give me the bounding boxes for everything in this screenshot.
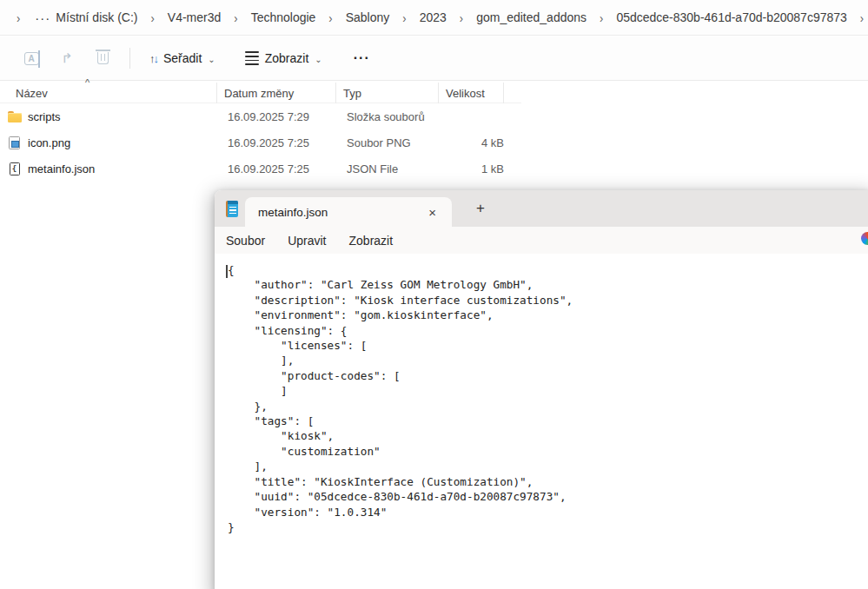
share-icon: ↱: [61, 50, 73, 66]
trash-icon: [97, 52, 109, 64]
breadcrumb-item-sablony[interactable]: Sablony: [344, 7, 392, 28]
share-button[interactable]: ↱: [51, 43, 83, 73]
menu-zobrazit[interactable]: Zobrazit: [338, 229, 405, 252]
tab-metainfo-json[interactable]: metainfo.json ×: [245, 197, 452, 227]
desktop-screen: › ··· Místní disk (C:) › V4-mer3d › Tech…: [0, 0, 868, 589]
chevron-right-icon: ›: [600, 10, 603, 24]
chevron-right-icon: ›: [234, 10, 237, 24]
chevron-right-icon[interactable]: ›: [860, 10, 864, 24]
menu-upravit[interactable]: Upravit: [276, 229, 337, 252]
new-tab-button[interactable]: +: [468, 198, 493, 219]
notepad-editor[interactable]: { "author": "Carl Zeiss GOM Metrology Gm…: [215, 254, 868, 589]
image-file-icon: [7, 136, 22, 150]
tab-title: metainfo.json: [258, 206, 328, 219]
breadcrumb-item-v4-mer3d[interactable]: V4-mer3d: [166, 7, 222, 28]
explorer-toolbar: A ↱ ↑↓ Seřadit ⌄ Zobrazit ⌄ ···: [0, 36, 868, 81]
sort-label: Seřadit: [163, 51, 202, 65]
chevron-right-icon: ›: [460, 10, 463, 24]
view-lines-icon: [245, 51, 259, 64]
file-row-metainfo-json[interactable]: { metainfo.json 16.09.2025 7:25 JSON Fil…: [0, 156, 521, 182]
delete-button[interactable]: [87, 43, 118, 73]
rename-button[interactable]: A: [16, 43, 47, 73]
chevron-down-icon: ⌄: [208, 55, 215, 64]
breadcrumb-item-2023[interactable]: 2023: [418, 7, 448, 28]
file-row-scripts[interactable]: scripts 16.09.2025 7:29 Složka souborů: [0, 103, 521, 129]
column-header-type[interactable]: Typ: [336, 83, 439, 103]
json-file-icon: {: [7, 162, 22, 176]
breadcrumb-overflow-button[interactable]: ···: [31, 9, 54, 27]
breadcrumb-item-drive[interactable]: Místní disk (C:): [54, 7, 139, 28]
chevron-down-icon: ⌄: [315, 55, 321, 64]
text-caret: [226, 265, 228, 278]
sort-ascending-indicator: ^: [85, 77, 89, 88]
notepad-window: metainfo.json × + Soubor Upravit Zobrazi…: [215, 190, 868, 589]
file-row-icon-png[interactable]: icon.png 16.09.2025 7:25 Soubor PNG 4 kB: [0, 129, 521, 156]
sort-dropdown-button[interactable]: ↑↓ Seřadit ⌄: [141, 45, 224, 71]
breadcrumb-item-technologie[interactable]: Technologie: [249, 7, 318, 28]
breadcrumb: › ··· Místní disk (C:) › V4-mer3d › Tech…: [0, 0, 868, 36]
notepad-tab-bar: metainfo.json × +: [215, 190, 868, 227]
menu-soubor[interactable]: Soubor: [215, 229, 276, 252]
see-more-button[interactable]: ···: [347, 47, 377, 69]
folder-icon: [7, 109, 22, 124]
file-list: Název ^ Datum změny Typ Velikost scripts: [0, 83, 521, 182]
column-header-size[interactable]: Velikost: [439, 83, 504, 103]
toolbar-separator: [129, 48, 130, 69]
column-header-name[interactable]: Název ^: [0, 83, 217, 103]
json-text[interactable]: { "author": "Carl Zeiss GOM Metrology Gm…: [215, 254, 868, 534]
chevron-right-icon: ›: [17, 10, 20, 24]
tab-close-button[interactable]: ×: [423, 203, 441, 222]
column-header-modified[interactable]: Datum změny: [217, 83, 336, 103]
rename-icon: A: [24, 52, 39, 65]
column-headers: Název ^ Datum změny Typ Velikost: [0, 83, 521, 103]
sort-arrows-icon: ↑↓: [149, 52, 157, 65]
chevron-right-icon: ›: [150, 10, 154, 24]
view-label: Zobrazit: [265, 51, 309, 65]
copilot-icon[interactable]: [861, 232, 868, 245]
breadcrumb-item-uuid-folder[interactable]: 05dcedce-830b-461d-a70d-b20087c97873: [614, 7, 848, 28]
breadcrumb-item-gom-edited-addons[interactable]: gom_edited_addons: [474, 7, 588, 28]
notepad-app-icon: [226, 201, 238, 217]
chevron-right-icon: ›: [328, 10, 332, 24]
notepad-menu-bar: Soubor Upravit Zobrazit: [215, 227, 868, 254]
chevron-right-icon: ›: [402, 10, 406, 24]
view-dropdown-button[interactable]: Zobrazit ⌄: [236, 45, 331, 71]
